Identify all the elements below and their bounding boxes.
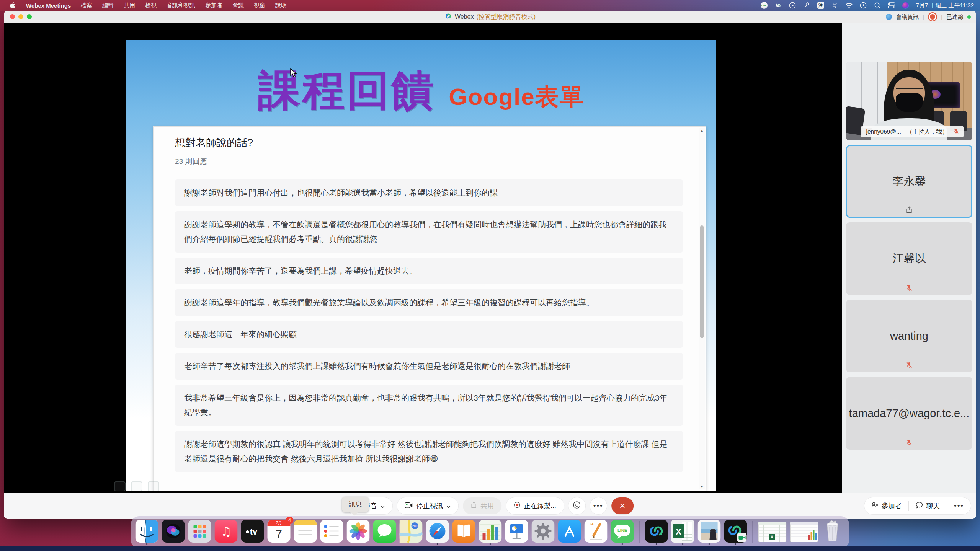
siri-icon[interactable] bbox=[162, 520, 185, 543]
dock-item-siri[interactable] bbox=[162, 520, 185, 545]
stop-video-button[interactable]: 停止視訊 bbox=[397, 497, 458, 514]
dock-item-finder[interactable] bbox=[136, 520, 158, 545]
participant-tile[interactable]: 江馨以 bbox=[846, 222, 972, 295]
wifi-icon[interactable] bbox=[845, 2, 853, 9]
menu-item-4[interactable]: 音訊和視訊 bbox=[167, 2, 195, 9]
chat-button[interactable]: 聊天 bbox=[908, 501, 947, 511]
pages-icon[interactable]: “ bbox=[585, 520, 608, 543]
menu-item-7[interactable]: 視窗 bbox=[254, 2, 265, 9]
apple-menu[interactable] bbox=[8, 2, 16, 9]
trash-icon[interactable] bbox=[822, 520, 845, 543]
dock-item-keynote[interactable] bbox=[505, 520, 528, 545]
bluetooth-icon[interactable] bbox=[831, 2, 839, 9]
participants-button[interactable]: 參加者 bbox=[864, 501, 909, 511]
reactions-button[interactable] bbox=[568, 497, 585, 514]
zhuyin-input-icon[interactable]: 注 bbox=[817, 2, 825, 9]
dock-item-music[interactable]: ♫ bbox=[215, 520, 238, 545]
dock-item-excel[interactable]: X bbox=[671, 520, 694, 545]
leave-meeting-button[interactable]: ✕ bbox=[611, 497, 634, 514]
menu-item-1[interactable]: 編輯 bbox=[102, 2, 114, 9]
participant-video-self[interactable]: jenny069@... （主持人，我） bbox=[846, 62, 972, 140]
scroll-up-icon[interactable]: ▲ bbox=[699, 129, 705, 133]
dock-item-safari[interactable] bbox=[426, 520, 449, 545]
appstore-icon[interactable] bbox=[558, 520, 581, 543]
notes-icon[interactable] bbox=[294, 520, 317, 543]
minimized-sheet-2-icon[interactable] bbox=[790, 522, 818, 542]
recording-button[interactable]: 正在錄製... bbox=[506, 497, 564, 514]
meeting-info-button[interactable]: 會議資訊 bbox=[896, 13, 919, 21]
more-options-button[interactable]: ••• bbox=[590, 497, 607, 514]
dock-item-notes[interactable] bbox=[294, 520, 317, 545]
dock-item-preview-image[interactable] bbox=[698, 520, 721, 545]
dock-item-settings[interactable] bbox=[532, 520, 555, 545]
numbers-icon[interactable] bbox=[479, 520, 502, 543]
scrollbar-thumb[interactable] bbox=[700, 225, 704, 338]
photos-icon[interactable] bbox=[347, 520, 370, 543]
dock-item-appletv[interactable]: tv bbox=[241, 520, 264, 545]
participant-tile[interactable]: tamada77@wagor.tc.e... bbox=[846, 377, 972, 450]
excel-icon[interactable]: X bbox=[671, 520, 694, 543]
dock-item-pages[interactable]: “ bbox=[585, 520, 608, 545]
more-panels-button[interactable]: ••• bbox=[947, 501, 971, 511]
preview-image-icon[interactable] bbox=[698, 520, 721, 543]
dock-item-books[interactable] bbox=[452, 520, 475, 545]
menu-item-3[interactable]: 檢視 bbox=[145, 2, 157, 9]
recording-indicator-icon[interactable] bbox=[928, 12, 937, 21]
dock-item-line[interactable]: LINE bbox=[611, 520, 634, 545]
keynote-icon[interactable] bbox=[505, 520, 528, 543]
minimized-sheet-1-icon[interactable]: X bbox=[758, 522, 787, 542]
share-button[interactable]: 共用 bbox=[463, 497, 501, 514]
calendar-icon[interactable]: 7月74 bbox=[268, 520, 291, 543]
appletv-icon[interactable]: tv bbox=[241, 520, 264, 543]
eraser-tool-icon[interactable] bbox=[148, 481, 159, 491]
settings-icon[interactable] bbox=[532, 520, 555, 543]
messages-icon[interactable] bbox=[373, 520, 396, 543]
dock-item-webex[interactable] bbox=[645, 520, 668, 545]
menu-item-5[interactable]: 參加者 bbox=[205, 2, 222, 9]
webex-status-icon[interactable] bbox=[774, 2, 782, 9]
line-status-icon[interactable]: LINE bbox=[760, 2, 768, 9]
dock-item-minimized-sheet-1[interactable]: X bbox=[758, 520, 787, 544]
siri-icon[interactable] bbox=[902, 2, 910, 9]
maps-icon[interactable]: 280 bbox=[400, 520, 423, 543]
utility-icon[interactable] bbox=[803, 2, 810, 9]
dock-item-minimized-sheet-2[interactable] bbox=[790, 520, 818, 544]
control-center-icon[interactable] bbox=[888, 2, 895, 9]
dock-item-calendar[interactable]: 7月74 bbox=[268, 520, 291, 545]
dock-item-maps[interactable]: 280 bbox=[400, 520, 423, 545]
scroll-down-icon[interactable]: ▼ bbox=[699, 484, 705, 489]
webex-icon[interactable] bbox=[645, 520, 668, 543]
line-icon[interactable]: LINE bbox=[611, 520, 634, 543]
chevron-down-icon[interactable] bbox=[381, 502, 385, 510]
menu-item-2[interactable]: 共用 bbox=[124, 2, 135, 9]
dock-item-trash[interactable] bbox=[822, 520, 845, 545]
participant-tile[interactable]: wanting bbox=[846, 300, 972, 372]
menu-item-0[interactable]: 檔案 bbox=[81, 2, 92, 9]
pen-tool-icon[interactable] bbox=[114, 481, 126, 491]
annotation-toolbar[interactable] bbox=[114, 481, 159, 491]
safari-icon[interactable] bbox=[426, 520, 449, 543]
menu-item-8[interactable]: 說明 bbox=[275, 2, 287, 9]
music-icon[interactable]: ♫ bbox=[215, 520, 238, 543]
recent-clock-icon[interactable] bbox=[859, 2, 867, 9]
books-icon[interactable] bbox=[452, 520, 475, 543]
participant-tile[interactable]: 李永馨 bbox=[846, 145, 972, 218]
menu-item-6[interactable]: 會議 bbox=[232, 2, 244, 9]
dock-item-launchpad[interactable] bbox=[188, 520, 211, 545]
dock-item-webex-meetings[interactable] bbox=[724, 520, 747, 545]
webex-meetings-icon[interactable] bbox=[724, 520, 747, 543]
dock-item-photos[interactable] bbox=[347, 520, 370, 545]
reminders-icon[interactable] bbox=[320, 520, 343, 543]
app-menu[interactable]: Webex Meetings bbox=[26, 2, 71, 9]
spotlight-icon[interactable] bbox=[874, 2, 881, 9]
dock-item-reminders[interactable] bbox=[320, 520, 343, 545]
dock-item-appstore[interactable] bbox=[558, 520, 581, 545]
dock-item-numbers[interactable] bbox=[479, 520, 502, 545]
launchpad-icon[interactable] bbox=[188, 520, 211, 543]
finder-icon[interactable] bbox=[136, 520, 158, 543]
highlighter-tool-icon[interactable] bbox=[131, 481, 142, 491]
chevron-down-icon[interactable] bbox=[446, 502, 451, 510]
dock-item-messages[interactable] bbox=[373, 520, 396, 545]
menu-clock[interactable]: 7月7日 週三 上午11:32 bbox=[916, 2, 974, 9]
play-circle-icon[interactable] bbox=[789, 2, 796, 9]
